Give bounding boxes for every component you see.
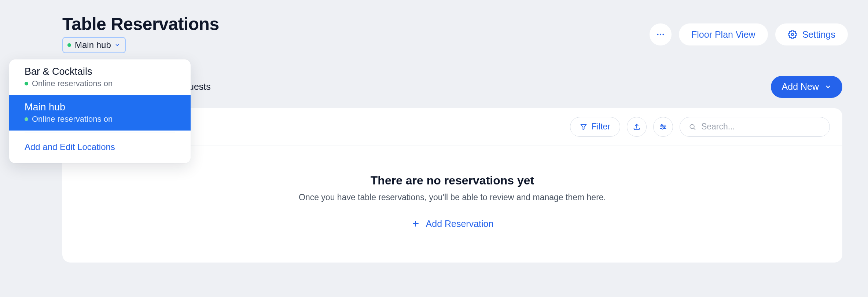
chevron-down-icon xyxy=(825,84,831,90)
header-actions: Floor Plan View Settings xyxy=(650,15,848,45)
svg-point-2 xyxy=(662,34,664,35)
location-option-bar-cocktails[interactable]: Bar & Cocktails Online reservations on xyxy=(9,59,191,95)
settings-button[interactable]: Settings xyxy=(775,23,848,45)
status-dot-icon xyxy=(67,43,71,47)
location-selector[interactable]: Main hub xyxy=(62,37,126,53)
status-dot-icon xyxy=(25,117,28,121)
add-edit-locations-link[interactable]: Add and Edit Locations xyxy=(9,132,191,163)
svg-point-11 xyxy=(662,128,663,129)
svg-marker-4 xyxy=(581,124,586,129)
svg-point-12 xyxy=(690,124,694,129)
location-option-status-text: Online reservations on xyxy=(32,114,113,124)
search-box[interactable] xyxy=(680,117,830,137)
plus-icon xyxy=(411,219,420,228)
svg-point-3 xyxy=(791,33,794,36)
add-new-button[interactable]: Add New xyxy=(771,76,842,98)
floor-plan-view-button[interactable]: Floor Plan View xyxy=(679,23,768,45)
filter-label: Filter xyxy=(592,122,610,132)
more-actions-button[interactable] xyxy=(650,23,672,45)
search-icon xyxy=(689,123,696,131)
page-title: Table Reservations xyxy=(62,15,219,34)
add-reservation-button[interactable]: Add Reservation xyxy=(411,219,494,229)
search-input[interactable] xyxy=(701,122,821,132)
funnel-icon xyxy=(580,123,587,131)
filter-button[interactable]: Filter xyxy=(570,117,620,137)
empty-state-title: There are no reservations yet xyxy=(70,174,835,187)
add-reservation-label: Add Reservation xyxy=(426,219,494,229)
svg-point-0 xyxy=(657,34,658,35)
location-option-status: Online reservations on xyxy=(25,114,175,124)
export-button[interactable] xyxy=(627,117,647,137)
sliders-icon xyxy=(659,123,667,131)
location-option-status: Online reservations on xyxy=(25,79,175,88)
location-option-title: Bar & Cocktails xyxy=(25,66,175,77)
svg-point-1 xyxy=(660,34,661,35)
gear-icon xyxy=(788,30,797,39)
dots-horizontal-icon xyxy=(656,30,665,39)
add-new-label: Add New xyxy=(782,81,819,92)
title-block: Table Reservations Main hub Bar & Cockta… xyxy=(62,15,219,53)
empty-state: There are no reservations yet Once you h… xyxy=(62,146,842,263)
location-selected-label: Main hub xyxy=(75,40,111,50)
empty-state-subtitle: Once you have table reservations, you'll… xyxy=(70,192,835,202)
chevron-down-icon xyxy=(115,43,120,48)
svg-line-13 xyxy=(694,128,695,130)
svg-point-9 xyxy=(661,124,663,126)
settings-label: Settings xyxy=(802,29,835,40)
svg-point-10 xyxy=(664,126,665,128)
floor-plan-view-label: Floor Plan View xyxy=(691,29,755,40)
adjust-columns-button[interactable] xyxy=(653,117,673,137)
location-option-main-hub[interactable]: Main hub Online reservations on xyxy=(9,95,191,131)
location-dropdown: Bar & Cocktails Online reservations on M… xyxy=(9,59,191,163)
header-row: Table Reservations Main hub Bar & Cockta… xyxy=(62,15,848,53)
status-dot-icon xyxy=(25,82,28,85)
location-option-status-text: Online reservations on xyxy=(32,79,113,88)
page-root: Table Reservations Main hub Bar & Cockta… xyxy=(0,0,868,285)
upload-icon xyxy=(633,123,641,131)
location-option-title: Main hub xyxy=(25,102,175,113)
